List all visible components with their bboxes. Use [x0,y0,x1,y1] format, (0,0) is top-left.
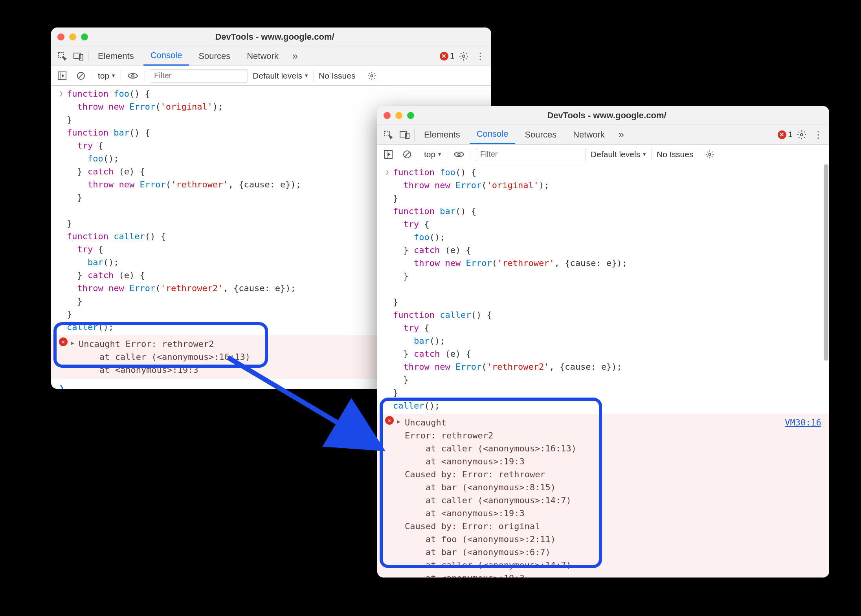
error-text: Uncaught Error: rethrower2 at caller (<a… [405,416,825,578]
sidebar-toggle-icon[interactable] [381,147,395,161]
svg-point-9 [371,75,373,77]
error-icon: ✕ [59,337,68,346]
divider [471,148,471,160]
log-levels-selector[interactable]: Default levels ▼ [253,71,309,81]
tab-sources[interactable]: Sources [191,46,237,66]
chevron-down-icon: ▼ [642,151,647,157]
svg-line-7 [79,73,83,78]
main-tabbar: Elements Console Sources Network » ✕ 1 ⋮ [51,46,491,66]
filter-input[interactable] [476,148,586,161]
scrollbar-thumb[interactable] [824,164,828,361]
tab-elements[interactable]: Elements [417,125,467,144]
settings-gear-icon[interactable] [795,128,809,142]
levels-label: Default levels [591,150,640,159]
close-window-button[interactable] [57,33,64,40]
console-settings-gear-icon[interactable] [703,147,717,161]
error-message-row[interactable]: VM30:16 ✕ ▶ Uncaught Error: rethrower2 a… [377,414,829,578]
more-tabs-icon[interactable]: » [288,49,302,63]
tab-network[interactable]: Network [240,46,286,66]
svg-point-19 [709,153,711,156]
live-expression-eye-icon[interactable] [126,69,140,83]
error-count-badge[interactable]: ✕ 1 [778,130,792,139]
device-toolbar-icon[interactable] [398,128,412,142]
console-settings-gear-icon[interactable] [365,69,379,83]
console-body[interactable]: ❯ function foo() { throw new Error('orig… [377,164,829,578]
error-icon: ✕ [440,52,448,60]
svg-point-8 [132,75,134,77]
disclosure-triangle-icon[interactable]: ▶ [397,416,405,578]
close-window-button[interactable] [384,112,391,119]
svg-line-17 [405,152,409,157]
divider [145,70,145,82]
error-icon: ✕ [778,130,786,139]
devtools-window-right: DevTools - www.google.com/ Elements Cons… [377,106,829,578]
issues-label[interactable]: No Issues [657,150,693,159]
window-title: DevTools - www.google.com/ [422,110,791,121]
tab-sources[interactable]: Sources [518,125,564,144]
more-tabs-icon[interactable]: » [614,128,628,142]
error-icon: ✕ [385,416,394,425]
sidebar-toggle-icon[interactable] [55,69,69,83]
tab-network[interactable]: Network [566,125,612,144]
divider [419,148,419,160]
divider [652,148,652,160]
error-count: 1 [450,51,454,60]
main-tabbar: Elements Console Sources Network » ✕ 1 ⋮ [377,125,829,145]
context-selector[interactable]: top ▼ [424,150,442,159]
maximize-window-button[interactable] [407,112,414,119]
inspect-element-icon[interactable] [381,128,395,142]
kebab-menu-icon[interactable]: ⋮ [473,49,487,63]
device-toolbar-icon[interactable] [72,49,86,63]
chevron-down-icon: ▼ [437,151,442,157]
clear-console-icon[interactable] [74,69,88,83]
minimize-window-button[interactable] [69,33,76,40]
code-snippet: function foo() { throw new Error('origin… [393,166,825,412]
svg-point-13 [800,134,803,136]
traffic-lights [57,33,88,40]
console-toolbar: top ▼ Default levels ▼ No Issues [377,145,829,164]
tab-console[interactable]: Console [470,125,516,144]
divider [447,148,447,160]
console-toolbar: top ▼ Default levels ▼ No Issues [51,66,491,86]
disclosure-triangle-icon[interactable]: ▶ [71,337,79,376]
window-title: DevTools - www.google.com/ [96,32,453,42]
source-link[interactable]: VM30:16 [785,416,821,429]
input-caret-icon: ❯ [59,381,67,389]
divider [93,70,93,82]
context-label: top [424,150,435,159]
svg-point-18 [458,153,460,156]
console-input-row: ❯ function foo() { throw new Error('orig… [377,164,829,414]
chevron-down-icon: ▼ [304,73,309,79]
tab-elements[interactable]: Elements [91,46,141,66]
divider [414,129,415,141]
clear-console-icon[interactable] [400,147,414,161]
tab-console[interactable]: Console [143,46,189,66]
divider [88,50,88,62]
inspect-element-icon[interactable] [55,49,69,63]
context-selector[interactable]: top ▼ [98,71,116,81]
minimize-window-button[interactable] [395,112,402,119]
traffic-lights [384,112,414,119]
input-caret-icon: ❯ [59,87,67,334]
kebab-menu-icon[interactable]: ⋮ [811,128,825,142]
context-label: top [98,71,109,81]
settings-gear-icon[interactable] [457,49,471,63]
issues-label[interactable]: No Issues [319,71,355,81]
live-expression-eye-icon[interactable] [452,147,466,161]
svg-point-3 [463,55,465,57]
log-levels-selector[interactable]: Default levels ▼ [591,150,647,159]
divider [121,70,121,82]
titlebar: DevTools - www.google.com/ [51,28,491,46]
filter-input[interactable] [150,69,248,82]
levels-label: Default levels [253,71,302,81]
divider [314,70,314,82]
input-caret-icon: ❯ [385,166,393,412]
maximize-window-button[interactable] [81,33,88,40]
titlebar: DevTools - www.google.com/ [377,106,829,125]
chevron-down-icon: ▼ [111,73,116,79]
error-count: 1 [788,130,792,139]
error-count-badge[interactable]: ✕ 1 [440,51,454,60]
